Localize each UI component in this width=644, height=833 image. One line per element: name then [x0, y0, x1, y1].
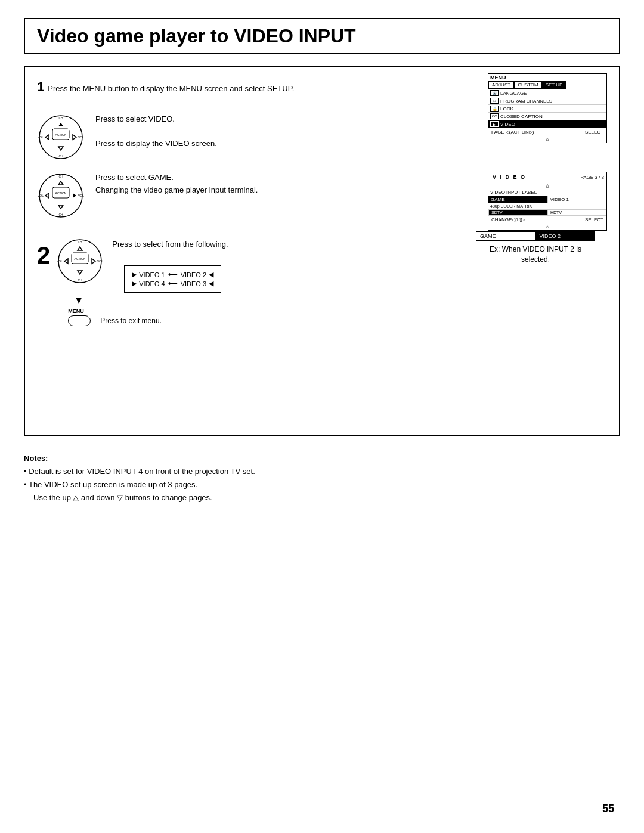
step1-dial-row1: ACTION CH CH VOL VOL Press to select VID… [37, 113, 607, 161]
svg-text:CH: CH [58, 154, 63, 158]
menu-item-language: 🔊 LANGUAGE [488, 89, 606, 97]
svg-text:CH: CH [78, 240, 83, 244]
svg-marker-32 [64, 259, 68, 264]
svg-text:VOL: VOL [57, 259, 63, 263]
svg-text:CH: CH [58, 175, 63, 178]
program-channels-icon: □ [490, 98, 499, 104]
game-result-row: GAME VIDEO 2 [476, 231, 595, 241]
menu-label-program-channels: PROGRAM CHANNELS [500, 98, 552, 104]
menu-btn-label: MENU [68, 308, 228, 314]
video-screen-title: V I D E O [491, 174, 528, 181]
svg-marker-33 [92, 259, 95, 264]
menu-exit-row: MENU Press to exit menu. [68, 308, 228, 326]
arrow-right-4: ◀ [209, 280, 213, 287]
game-cell-label: GAME [476, 232, 536, 240]
press-exit-text: Press to exit menu. [100, 317, 162, 325]
step1-number: 1 [37, 79, 44, 95]
svg-marker-30 [78, 247, 82, 250]
svg-marker-9 [45, 135, 49, 140]
svg-marker-22 [73, 193, 76, 198]
video-cell-video1: VIDEO 1 [548, 196, 607, 203]
language-icon: 🔊 [490, 90, 499, 96]
svg-text:CH: CH [58, 213, 63, 216]
video3-label: VIDEO 3 [181, 280, 206, 287]
arrow-lr-2: ⟵ [168, 280, 178, 287]
menu-exit-area: Press to exit menu. [68, 315, 228, 326]
step2-number: 2 [37, 243, 50, 267]
svg-text:ACTION: ACTION [75, 257, 86, 261]
action-dial-3: ACTION CH CH VOL VOL [56, 237, 104, 285]
step1-instruction3: Press to select GAME. [95, 172, 258, 184]
svg-marker-20 [58, 205, 63, 209]
menu-tab-adjust: ADJUST [488, 81, 514, 89]
video4-label: VIDEO 4 [139, 280, 165, 287]
svg-marker-31 [78, 271, 82, 274]
video-input-label-header: VIDEO INPUT LABEL [488, 189, 606, 196]
arrow-right-2: ◀ [209, 271, 213, 278]
lock-icon: 🔒 [490, 106, 499, 112]
step1-instructions-2: Press to select GAME. Changing the video… [95, 172, 258, 197]
notes-list: Default is set for VIDEO INPUT 4 on fron… [24, 465, 620, 504]
svg-text:CH: CH [78, 278, 83, 282]
page-title-box: Video game player to VIDEO INPUT [24, 18, 620, 54]
step2-instruction-col: Press to select from the following. ▶ VI… [112, 240, 228, 293]
step1-instruction1: Press to select VIDEO. [95, 113, 217, 126]
svg-marker-19 [58, 181, 63, 185]
step1-intro: Press the MENU button to display the MEN… [48, 84, 294, 93]
video-cycle-row1: ▶ VIDEO 1 ⟵ VIDEO 2 ◀ [132, 271, 213, 278]
step1-dial-row2: ACTION CH CH VOL VOL Press to select GAM… [37, 172, 258, 219]
ex-when-video-input-2: Ex: When VIDEO INPUT 2 is selected. [476, 244, 595, 265]
video-sub-options: SDTV HDTV [488, 209, 606, 216]
game-result-box: GAME VIDEO 2 Ex: When VIDEO INPUT 2 is s… [476, 231, 595, 265]
video-change-label: CHANGE◁(b)▷ [491, 217, 525, 222]
game-cell-video2: VIDEO 2 [536, 232, 595, 240]
svg-text:VOL: VOL [38, 194, 44, 197]
video-cycle-diagram: ▶ VIDEO 1 ⟵ VIDEO 2 ◀ ▶ VIDEO 4 ⟵ VIDEO … [124, 265, 221, 293]
arrow-right-1: ▶ [132, 271, 137, 278]
menu-label-lock: LOCK [500, 106, 513, 112]
svg-marker-11 [58, 123, 63, 126]
arrow-lr-1: ⟵ [168, 271, 178, 278]
video-row-game: GAME VIDEO 1 [488, 196, 606, 203]
menu-tabs: ADJUST CUSTOM SET UP [488, 81, 606, 89]
notes-indent-list: Use the up △ and down ▽ buttons to chang… [24, 491, 620, 504]
note-item-2: The VIDEO set up screen is made up of 3 … [24, 478, 620, 491]
video-screen-footer: CHANGE◁(b)▷ SELECT [488, 216, 606, 224]
step2-content: ACTION CH CH VOL VOL Press to select fro… [56, 231, 228, 326]
step1-instruction4: Changing the video game player input ter… [95, 184, 258, 197]
svg-marker-10 [73, 135, 76, 140]
action-dial-2: ACTION CH CH VOL VOL [37, 172, 85, 219]
video-cycle-row2: ▶ VIDEO 4 ⟵ VIDEO 3 ◀ [132, 280, 213, 287]
video-select-label: SELECT [585, 217, 603, 222]
note-item-1: Default is set for VIDEO INPUT 4 on fron… [24, 465, 620, 478]
menu-tab-custom: CUSTOM [514, 81, 542, 89]
video-page-indicator: PAGE 3 / 3 [581, 175, 604, 180]
color-matrix-label: 480p COLOR MATRIX [488, 203, 606, 209]
video-up-arrow: △ [488, 182, 606, 189]
page-number: 55 [602, 803, 614, 815]
video2-label: VIDEO 2 [181, 271, 206, 278]
arrow-right-3: ▶ [132, 280, 137, 287]
step1-row2-area: V I D E O PAGE 3 / 3 △ VIDEO INPUT LABEL… [37, 172, 607, 219]
notes-title: Notes: [24, 454, 620, 463]
down-arrow: ▼ [74, 295, 228, 306]
step2-instruction1: Press to select from the following. [112, 240, 228, 249]
note-item-3: Use the up △ and down ▽ buttons to chang… [33, 491, 620, 504]
video-cell-game: GAME [488, 196, 548, 203]
svg-marker-21 [45, 193, 49, 198]
video-screen-illustration: V I D E O PAGE 3 / 3 △ VIDEO INPUT LABEL… [488, 172, 607, 231]
svg-text:VOL: VOL [78, 194, 84, 197]
svg-text:VOL: VOL [38, 135, 44, 139]
menu-screen-title: MENU [488, 74, 606, 81]
svg-text:VOL: VOL [78, 135, 84, 139]
step2-top-row: ACTION CH CH VOL VOL Press to select fro… [56, 231, 228, 293]
menu-item-program-channels: □ PROGRAM CHANNELS [488, 97, 606, 105]
step1-instructions-1: Press to select VIDEO. Press to display … [95, 113, 217, 150]
menu-label-language: LANGUAGE [500, 91, 527, 96]
action-dial-1: ACTION CH CH VOL VOL [37, 113, 85, 161]
svg-text:ACTION: ACTION [55, 133, 67, 137]
step2-area: GAME VIDEO 2 Ex: When VIDEO INPUT 2 is s… [37, 231, 607, 326]
main-instruction-box: 1 Press the MENU button to display the M… [24, 66, 620, 436]
video1-label: VIDEO 1 [139, 271, 165, 278]
menu-tab-setup: SET UP [542, 81, 566, 89]
